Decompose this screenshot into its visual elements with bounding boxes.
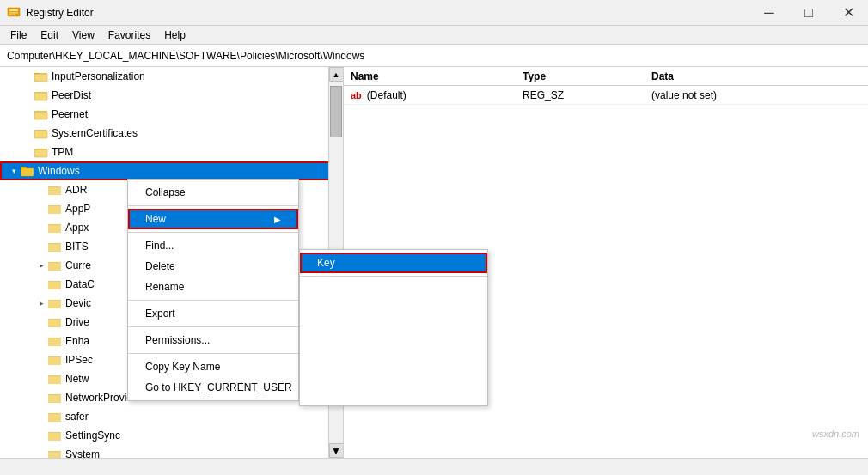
svg-rect-32 [48, 263, 61, 271]
svg-rect-52 [48, 452, 61, 458]
tree-item-safer[interactable]: safer [0, 407, 343, 426]
col-header-type: Type [516, 69, 645, 84]
sm-dword-value[interactable]: DWORD (32-bit) Value [300, 320, 487, 341]
sm-qword-value[interactable]: QWORD (64-bit) Value [300, 341, 487, 362]
cm-export[interactable]: Export [128, 303, 298, 324]
scroll-down-btn[interactable]: ▼ [329, 443, 344, 458]
svg-rect-28 [48, 225, 61, 233]
tree-item-peernet[interactable]: Peernet [0, 105, 343, 124]
watermark: wsxdn.com [812, 429, 859, 439]
expander-icon [34, 391, 48, 405]
menu-edit[interactable]: Edit [34, 27, 65, 43]
svg-rect-9 [34, 93, 47, 100]
col-header-data: Data [645, 69, 868, 84]
svg-rect-44 [48, 376, 61, 384]
tree-label: Netw [65, 373, 89, 385]
cm-new-label: New [145, 213, 166, 225]
sm-expandable-value[interactable]: Expandable String Value [300, 382, 487, 403]
expander-icon [34, 372, 48, 386]
minimize-button[interactable]: ─ [749, 0, 789, 26]
context-menu: Collapse New ▶ Key String Value Binary V… [127, 179, 299, 401]
expander-icon [34, 429, 48, 442]
svg-rect-3 [9, 14, 15, 15]
cm-delete[interactable]: Delete [128, 256, 298, 277]
sm-binary-value[interactable]: Binary Value [300, 300, 487, 320]
window-title: Registry Editor [26, 7, 94, 19]
folder-icon [48, 335, 62, 347]
svg-rect-30 [48, 244, 61, 252]
expander-icon [34, 202, 48, 216]
tree-item-system[interactable]: System [0, 445, 343, 458]
svg-rect-18 [34, 149, 47, 157]
scroll-thumb[interactable] [330, 86, 342, 137]
expander-icon [34, 183, 48, 197]
expander-icon [21, 126, 34, 140]
tree-label: SystemCertificates [52, 127, 138, 139]
tree-item-systemcerts[interactable]: SystemCertificates [0, 124, 343, 143]
folder-icon [34, 108, 48, 120]
tree-label: PeerDist [52, 89, 91, 101]
tree-label: Devic [65, 297, 91, 309]
tree-item-settingsync[interactable]: SettingSync [0, 426, 343, 445]
svg-rect-26 [48, 206, 61, 214]
ab-icon: ab [351, 90, 362, 100]
svg-rect-1 [9, 9, 18, 11]
cm-separator-3 [128, 300, 298, 301]
folder-icon [48, 392, 62, 404]
tree-label: safer [65, 411, 89, 423]
expander-icon [34, 240, 48, 253]
cm-new[interactable]: New ▶ Key String Value Binary Value DWOR… [128, 209, 298, 229]
folder-icon [34, 127, 48, 139]
cm-separator-4 [128, 326, 298, 327]
tree-item-inputpersonalization[interactable]: InputPersonalization [0, 67, 343, 86]
cell-data: (value not set) [645, 88, 868, 103]
cell-type: REG_SZ [516, 88, 645, 103]
expander-icon: ▸ [34, 296, 48, 310]
tree-item-peerdist[interactable]: PeerDist [0, 86, 343, 105]
svg-rect-36 [48, 301, 61, 308]
tree-label: Curre [65, 259, 91, 271]
submenu: Key String Value Binary Value DWORD (32-… [299, 249, 488, 406]
svg-rect-12 [34, 112, 47, 119]
expander-icon [34, 353, 48, 367]
tree-label: IPSec [65, 354, 93, 366]
folder-icon [48, 278, 62, 290]
svg-rect-2 [9, 12, 18, 14]
tree-label: System [65, 448, 100, 458]
cm-rename[interactable]: Rename [128, 277, 298, 297]
expander-icon [34, 410, 48, 423]
cm-permissions[interactable]: Permissions... [128, 330, 298, 350]
cm-separator-2 [128, 232, 298, 233]
expander-icon [21, 107, 34, 121]
menu-view[interactable]: View [65, 27, 101, 43]
cell-name: ab (Default) [344, 88, 516, 103]
close-button[interactable]: ✕ [828, 0, 868, 26]
title-bar-controls: ─ □ ✕ [749, 0, 868, 26]
folder-icon [34, 146, 48, 158]
cm-new-arrow: ▶ [274, 215, 281, 224]
menu-help[interactable]: Help [157, 27, 193, 43]
tree-item-tpm[interactable]: TPM [0, 143, 343, 161]
cm-find[interactable]: Find... [128, 235, 298, 256]
sm-multistring-value[interactable]: Multi-String Value [300, 362, 487, 382]
scroll-up-btn[interactable]: ▲ [329, 67, 344, 82]
folder-icon [48, 316, 62, 328]
cm-copy-key-name[interactable]: Copy Key Name [128, 356, 298, 377]
cm-collapse[interactable]: Collapse [128, 182, 298, 203]
maximize-button[interactable]: □ [789, 0, 828, 26]
expander-icon [34, 221, 48, 234]
sm-string-value[interactable]: String Value [300, 279, 487, 300]
sm-key[interactable]: Key [300, 253, 487, 273]
right-header: Name Type Data [344, 67, 868, 86]
cm-separator-5 [128, 353, 298, 354]
menu-bar: File Edit View Favorites Help [0, 26, 868, 45]
app-icon [7, 6, 21, 20]
folder-icon [48, 373, 62, 385]
expander-icon [21, 145, 34, 159]
folder-icon [21, 165, 34, 177]
menu-favorites[interactable]: Favorites [101, 27, 157, 43]
tree-item-windows[interactable]: ▾ Windows [0, 161, 343, 180]
menu-file[interactable]: File [3, 27, 34, 43]
tree-label: Enha [65, 335, 89, 347]
cm-goto-hkcu[interactable]: Go to HKEY_CURRENT_USER [128, 377, 298, 398]
